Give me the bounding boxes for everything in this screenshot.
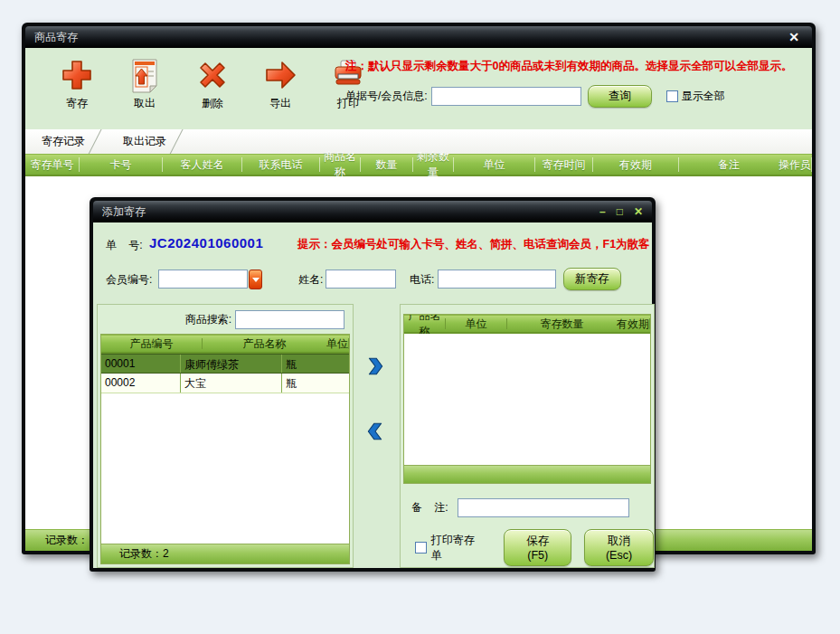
toolbar: 寄存 取出 [25,48,812,129]
product-row[interactable]: 00002 大宝 瓶 [101,374,349,393]
remark-row: 备 注: [411,498,629,517]
column-header[interactable]: 有效期 [593,157,679,171]
column-header[interactable]: 备注 [679,157,779,171]
product-table-header: 产品编号产品名称单位 [101,335,349,354]
product-list-table: 产品编号产品名称单位 00001 康师傅绿茶 瓶 00002 大宝 瓶 [100,334,350,544]
search-label: 单据号/会员信息: [345,89,428,104]
toolbar-right: 注：默认只显示剩余数量大于0的商品或未到有效期的商品。选择显示全部可以全部显示。… [345,59,802,108]
save-button[interactable]: 保存(F5) [504,529,571,566]
chevron-right-icon [365,356,385,376]
column-header[interactable]: 数量 [361,157,413,171]
cancel-button[interactable]: 取消(Esc) [584,529,654,566]
export-button[interactable]: 导出 [254,57,307,111]
product-unit-cell: 瓶 [282,374,349,393]
show-all-checkbox[interactable] [666,90,678,102]
column-header[interactable]: 寄存时间 [535,157,593,171]
column-header[interactable]: 卡号 [80,157,163,171]
minimize-icon[interactable]: – [599,205,606,218]
move-right-button[interactable] [365,356,385,376]
toolbar-button-label: 删除 [202,96,223,111]
chevron-left-icon [365,421,385,441]
close-icon[interactable]: ✕ [634,205,643,218]
dialog-title: 添加寄存 [102,204,146,220]
deposit-items-table: 产品名称单位寄存数量有效期 [403,314,651,484]
column-header[interactable]: 产品名称 [404,318,446,330]
phone-input[interactable] [438,270,556,289]
tab-label: 取出记录 [123,135,166,147]
print-slip-label: 打印寄存单 [431,533,485,563]
product-count-label: 记录数：2 [119,546,169,562]
product-rows: 00001 康师傅绿茶 瓶 00002 大宝 瓶 [101,354,349,393]
order-number-label: 单 号: [106,238,143,253]
member-hint: 提示：会员编号处可输入卡号、姓名、简拼、电话查询会员，F1为散客 [297,237,650,252]
deposit-table-empty-area [404,334,650,465]
column-header[interactable]: 产品名称 [203,338,326,350]
column-header[interactable]: 有效期 [617,318,650,330]
product-select-panel: 商品搜索: 产品编号产品名称单位 00001 康师傅绿茶 瓶 [97,304,354,568]
product-count-bar: 记录数：2 [100,544,350,564]
member-id-label: 会员编号: [106,272,152,288]
tab-takeout-records[interactable]: 取出记录 [112,129,193,154]
record-count-label: 记录数： [45,533,89,548]
deposit-table-footer [404,465,650,483]
main-window-title: 商品寄存 [34,30,78,45]
product-unit-cell: 瓶 [282,355,349,373]
move-left-button[interactable] [365,421,385,441]
dialog-actions: 打印寄存单 保存(F5) 取消(Esc) [415,529,654,566]
dialog-titlebar[interactable]: 添加寄存 – □ ✕ [93,201,652,222]
deposit-button[interactable]: 寄存 [51,57,103,111]
add-deposit-dialog: 添加寄存 – □ ✕ 单 号: JC202401060001 提示：会员编号处可… [90,197,656,572]
toolbar-buttons: 寄存 取出 [51,57,374,111]
product-code-cell: 00001 [101,355,181,373]
query-button[interactable]: 查询 [588,85,652,108]
column-header[interactable]: 寄存单号 [25,157,80,171]
column-header[interactable]: 联系电话 [242,157,320,171]
display-note: 注：默认只显示剩余数量大于0的商品或未到有效期的商品。选择显示全部可以全部显示。 [345,59,802,74]
column-header[interactable]: 单位 [454,157,535,171]
dialog-body: 单 号: JC202401060001 提示：会员编号处可输入卡号、姓名、简拼、… [93,222,652,568]
product-table-empty-area [101,393,349,544]
print-slip-checkbox[interactable] [415,542,427,554]
column-header[interactable]: 商品名称 [320,157,361,171]
add-icon [59,57,95,93]
tab-label: 寄存记录 [42,135,85,147]
toolbar-button-label: 寄存 [66,96,88,111]
remark-input[interactable] [458,498,629,517]
name-label: 姓名: [298,272,323,288]
member-id-input[interactable] [158,270,248,289]
dialog-window-controls: – □ ✕ [599,205,643,218]
remark-label: 备 注: [411,500,448,516]
phone-label: 电话: [410,272,434,288]
product-search-row: 商品搜索: [98,305,353,334]
product-name-cell: 大宝 [181,374,282,393]
product-search-input[interactable] [235,310,344,329]
column-header[interactable]: 单位 [326,338,349,350]
product-row[interactable]: 00001 康师傅绿茶 瓶 [101,354,349,374]
search-row: 单据号/会员信息: 查询 显示全部 [345,85,802,108]
column-header[interactable]: 操作员 [779,157,812,171]
delete-button[interactable]: 删除 [186,57,239,111]
order-number-value: JC202401060001 [149,235,263,251]
main-titlebar[interactable]: 商品寄存 ✕ [25,26,812,48]
column-header[interactable]: 产品编号 [101,338,203,350]
name-input[interactable] [326,270,396,289]
delete-icon [194,57,231,93]
column-header[interactable]: 寄存数量 [507,318,617,330]
maximize-icon[interactable]: □ [617,205,623,218]
column-header[interactable]: 剩余数量 [413,157,454,171]
product-search-label: 商品搜索: [185,312,231,327]
new-deposit-button[interactable]: 新寄存 [563,268,621,290]
close-icon[interactable]: ✕ [785,30,803,44]
column-header[interactable]: 客人姓名 [163,157,242,171]
tab-deposit-records[interactable]: 寄存记录 [31,129,112,154]
records-table-header: 寄存单号卡号客人姓名联系电话商品名称数量剩余数量单位寄存时间有效期备注操作员 [25,154,812,176]
search-input[interactable] [431,87,581,106]
takeout-button[interactable]: 取出 [118,57,171,111]
column-header[interactable]: 单位 [446,318,507,330]
product-name-cell: 康师傅绿茶 [181,355,282,373]
export-icon [262,57,298,93]
deposit-items-panel: 产品名称单位寄存数量有效期 备 注: 打印寄存单 保存(F5) 取消(Esc) [400,304,655,568]
member-dropdown-button[interactable] [249,270,262,289]
deposit-table-header: 产品名称单位寄存数量有效期 [404,315,650,334]
toolbar-button-label: 取出 [134,96,156,111]
